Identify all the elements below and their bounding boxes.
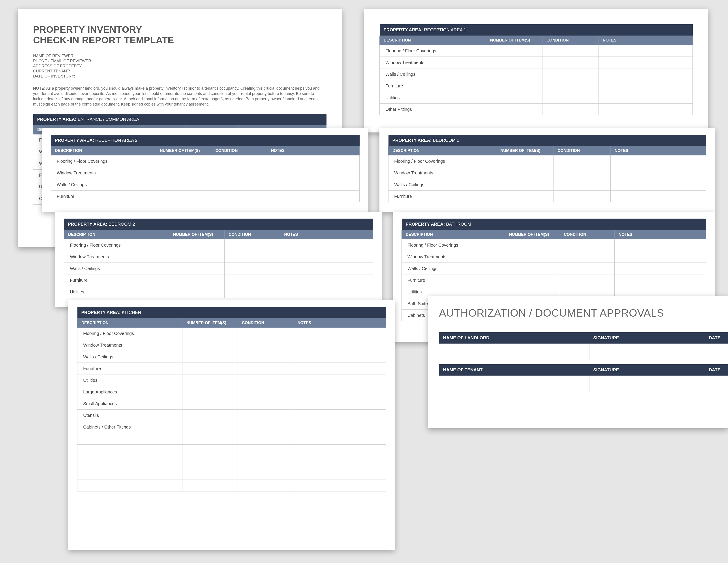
cell-input[interactable] — [238, 433, 293, 445]
cell-input[interactable] — [280, 274, 373, 286]
cell-input[interactable] — [599, 103, 693, 115]
cell-input[interactable] — [156, 167, 211, 179]
cell-input[interactable] — [182, 410, 238, 421]
cell-input[interactable] — [486, 45, 542, 57]
cell-input[interactable] — [293, 351, 386, 363]
cell-input[interactable] — [599, 92, 693, 103]
cell-input[interactable] — [293, 445, 386, 456]
cell-input[interactable] — [169, 251, 225, 263]
auth-cell[interactable] — [705, 376, 728, 392]
cell-input[interactable] — [182, 445, 238, 456]
cell-input[interactable] — [182, 468, 238, 480]
cell-input[interactable] — [182, 328, 238, 339]
cell-input[interactable] — [238, 339, 293, 351]
cell-input[interactable] — [169, 274, 225, 286]
cell-input[interactable] — [599, 68, 693, 80]
cell-input[interactable] — [238, 421, 293, 433]
cell-input[interactable] — [267, 179, 360, 190]
cell-input[interactable] — [505, 274, 560, 286]
cell-input[interactable] — [496, 167, 554, 179]
cell-input[interactable] — [182, 456, 238, 468]
cell-input[interactable] — [211, 167, 267, 179]
cell-input[interactable] — [225, 286, 280, 298]
cell-input[interactable] — [560, 263, 615, 274]
cell-input[interactable] — [182, 375, 238, 386]
cell-input[interactable] — [599, 45, 693, 57]
cell-input[interactable] — [156, 190, 211, 202]
cell-input[interactable] — [486, 103, 542, 115]
cell-input[interactable] — [615, 251, 706, 263]
cell-input[interactable] — [182, 386, 238, 398]
cell-input[interactable] — [293, 363, 386, 375]
cell-input[interactable] — [615, 274, 706, 286]
cell-input[interactable] — [293, 375, 386, 386]
cell-input[interactable] — [211, 155, 267, 167]
cell-input[interactable] — [238, 386, 293, 398]
cell-input[interactable] — [293, 398, 386, 410]
cell-input[interactable] — [238, 468, 293, 480]
cell-input[interactable] — [238, 363, 293, 375]
cell-input[interactable] — [496, 190, 554, 202]
cell-input[interactable] — [182, 363, 238, 375]
cell-input[interactable] — [611, 155, 706, 167]
cell-input[interactable] — [554, 155, 611, 167]
cell-input[interactable] — [293, 468, 386, 480]
cell-input[interactable] — [182, 433, 238, 445]
cell-input[interactable] — [542, 80, 599, 92]
cell-input[interactable] — [554, 167, 611, 179]
cell-input[interactable] — [611, 190, 706, 202]
auth-cell[interactable] — [589, 344, 705, 360]
auth-cell[interactable] — [705, 344, 728, 360]
cell-input[interactable] — [505, 263, 560, 274]
cell-input[interactable] — [267, 190, 360, 202]
cell-input[interactable] — [182, 480, 238, 492]
cell-input[interactable] — [267, 167, 360, 179]
auth-cell[interactable] — [439, 344, 589, 360]
cell-input[interactable] — [280, 286, 373, 298]
cell-input[interactable] — [169, 286, 225, 298]
cell-input[interactable] — [225, 263, 280, 274]
cell-input[interactable] — [293, 339, 386, 351]
cell-input[interactable] — [156, 179, 211, 190]
cell-input[interactable] — [238, 480, 293, 492]
cell-input[interactable] — [293, 433, 386, 445]
cell-input[interactable] — [560, 274, 615, 286]
cell-input[interactable] — [280, 263, 373, 274]
cell-input[interactable] — [211, 179, 267, 190]
cell-input[interactable] — [554, 190, 611, 202]
cell-input[interactable] — [238, 375, 293, 386]
cell-input[interactable] — [486, 80, 542, 92]
cell-input[interactable] — [486, 57, 542, 68]
cell-input[interactable] — [542, 103, 599, 115]
cell-input[interactable] — [238, 351, 293, 363]
cell-input[interactable] — [293, 410, 386, 421]
auth-cell[interactable] — [589, 376, 705, 392]
cell-input[interactable] — [169, 239, 225, 251]
cell-input[interactable] — [238, 445, 293, 456]
cell-input[interactable] — [486, 92, 542, 103]
cell-input[interactable] — [238, 410, 293, 421]
cell-input[interactable] — [293, 328, 386, 339]
cell-input[interactable] — [611, 167, 706, 179]
cell-input[interactable] — [293, 386, 386, 398]
cell-input[interactable] — [560, 239, 615, 251]
cell-input[interactable] — [280, 239, 373, 251]
cell-input[interactable] — [238, 328, 293, 339]
cell-input[interactable] — [211, 190, 267, 202]
cell-input[interactable] — [182, 339, 238, 351]
cell-input[interactable] — [496, 155, 554, 167]
cell-input[interactable] — [542, 68, 599, 80]
cell-input[interactable] — [225, 274, 280, 286]
cell-input[interactable] — [615, 239, 706, 251]
cell-input[interactable] — [615, 263, 706, 274]
cell-input[interactable] — [182, 351, 238, 363]
cell-input[interactable] — [225, 251, 280, 263]
cell-input[interactable] — [542, 92, 599, 103]
cell-input[interactable] — [182, 398, 238, 410]
cell-input[interactable] — [225, 239, 280, 251]
cell-input[interactable] — [182, 421, 238, 433]
auth-cell[interactable] — [439, 376, 589, 392]
cell-input[interactable] — [156, 155, 211, 167]
cell-input[interactable] — [293, 480, 386, 492]
cell-input[interactable] — [542, 45, 599, 57]
